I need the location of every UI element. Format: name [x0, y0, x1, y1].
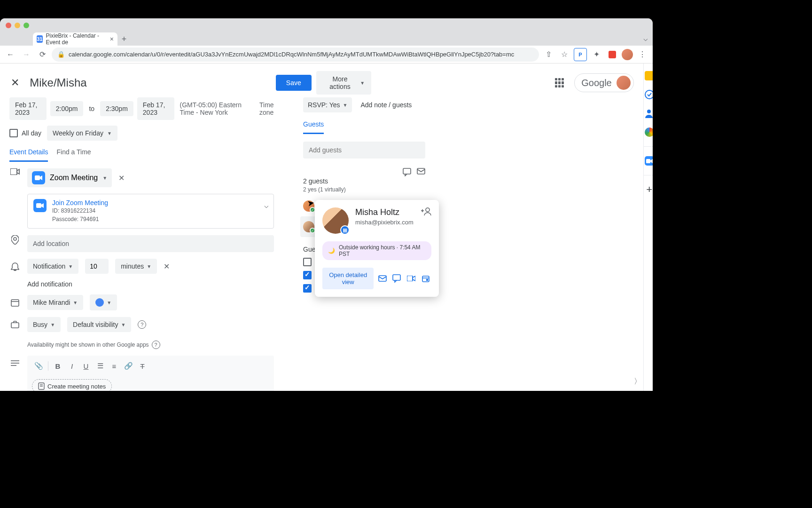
attach-icon[interactable]: 📎 — [32, 359, 45, 373]
traffic-light-zoom[interactable] — [23, 23, 29, 28]
start-date-chip[interactable]: Feb 17, 2023 — [9, 97, 47, 120]
invite-others-checkbox[interactable] — [303, 271, 312, 279]
open-detailed-view-button[interactable]: Open detailed view — [322, 268, 374, 289]
svg-rect-3 — [11, 300, 19, 306]
help-icon[interactable]: ? — [152, 341, 160, 349]
reload-button[interactable]: ⟳ — [36, 48, 49, 61]
add-panel-icon[interactable]: + — [645, 185, 653, 194]
zoom-panel-icon[interactable] — [645, 156, 653, 166]
see-guest-list-checkbox[interactable] — [303, 284, 312, 293]
tabstrip-chevron-icon[interactable]: ⌵ — [639, 31, 653, 46]
contacts-icon[interactable] — [645, 109, 653, 118]
expand-zoom-icon[interactable]: ⌵ — [264, 201, 269, 210]
close-event-button[interactable]: ✕ — [9, 77, 20, 89]
zoom-id-label: ID: 83916222134 — [52, 206, 108, 215]
back-button[interactable]: ← — [4, 48, 17, 61]
add-guests-input[interactable] — [303, 142, 425, 159]
svg-point-26 — [647, 110, 651, 113]
chevron-down-icon: ▼ — [102, 175, 107, 181]
event-title-input[interactable] — [30, 76, 266, 90]
keep-icon[interactable] — [645, 71, 653, 80]
location-input[interactable] — [27, 235, 274, 252]
numbered-list-icon[interactable]: ☰ — [94, 359, 107, 373]
send-email-icon[interactable] — [376, 271, 388, 286]
browser-menu-icon[interactable]: ⋮ — [636, 48, 649, 61]
start-time-chip[interactable]: 2:00pm — [50, 101, 84, 116]
svg-rect-1 — [35, 175, 40, 180]
svg-rect-27 — [646, 159, 650, 163]
start-video-call-icon[interactable] — [406, 271, 417, 286]
calendar-owner-select[interactable]: Mike Mirandi▼ — [27, 295, 83, 310]
zoom-icon — [33, 199, 47, 212]
underline-icon[interactable]: U — [79, 359, 93, 373]
join-zoom-link[interactable]: Join Zoom Meeting — [52, 199, 108, 206]
clear-format-icon[interactable]: T — [136, 359, 149, 373]
maps-icon[interactable] — [645, 127, 653, 137]
notification-type-select[interactable]: Notification▼ — [27, 259, 78, 274]
add-contact-icon[interactable] — [421, 207, 431, 216]
bold-icon[interactable]: B — [51, 359, 64, 373]
guests-heading: Guests — [303, 120, 324, 134]
zoom-meeting-chip[interactable]: Zoom Meeting ▼ — [27, 168, 112, 187]
chat-icon[interactable] — [403, 168, 411, 176]
tasks-icon[interactable] — [645, 90, 653, 99]
google-account-chip[interactable]: Google — [574, 73, 634, 92]
extension-icon-1[interactable]: P — [574, 48, 587, 61]
google-apps-icon[interactable] — [554, 77, 565, 88]
end-date-chip[interactable]: Feb 17, 2023 — [137, 97, 174, 120]
extensions-icon[interactable]: ✦ — [590, 48, 603, 61]
add-note-link[interactable]: Add note / guests — [359, 97, 414, 112]
save-button[interactable]: Save — [276, 75, 312, 91]
profile-avatar[interactable] — [622, 49, 633, 60]
visibility-select[interactable]: Default visibility▼ — [67, 317, 131, 332]
send-message-icon[interactable] — [391, 271, 403, 286]
all-day-label: All day — [22, 126, 43, 141]
notification-unit-select[interactable]: minutes▼ — [115, 259, 157, 274]
recurrence-chip[interactable]: Weekly on Friday▼ — [47, 126, 117, 141]
url-bar[interactable]: 🔒 calendar.google.com/calendar/u/0/r/eve… — [52, 48, 539, 62]
tab-find-a-time[interactable]: Find a Time — [56, 148, 91, 162]
availability-select[interactable]: Busy▼ — [27, 317, 61, 332]
tab-event-details[interactable]: Event Details — [9, 148, 48, 162]
tab-title: PixieBrix - Calendar - Event de — [46, 32, 107, 46]
description-editor[interactable]: 📎 B I U ☰ ≡ 🔗 T — [27, 356, 274, 391]
calendar-favicon: 31 — [37, 35, 43, 43]
side-panel-toggle[interactable]: 〉 — [632, 376, 643, 387]
traffic-light-minimize[interactable] — [15, 23, 20, 28]
svg-rect-19 — [379, 276, 386, 281]
guest-avatar: ✓ — [303, 221, 314, 232]
all-day-checkbox[interactable] — [9, 129, 18, 137]
bulleted-list-icon[interactable]: ≡ — [108, 359, 121, 373]
remove-notification-button[interactable]: ✕ — [164, 262, 170, 271]
star-icon[interactable]: ☆ — [558, 48, 571, 61]
extension-icon-2[interactable] — [606, 48, 619, 61]
rsvp-select[interactable]: RSVP: Yes▼ — [303, 97, 352, 112]
meeting-notes-label: Create meeting notes — [47, 383, 106, 390]
event-color-select[interactable]: ▼ — [90, 294, 117, 310]
traffic-light-close[interactable] — [6, 23, 11, 28]
italic-icon[interactable]: I — [65, 359, 78, 373]
browser-tabstrip: 31 PixieBrix - Calendar - Event de × + ⌵ — [0, 32, 653, 46]
google-logo-text: Google — [581, 78, 612, 88]
timezone-link[interactable]: Time zone — [259, 101, 280, 116]
contact-name: Misha Holtz — [355, 207, 414, 217]
new-tab-button[interactable]: + — [117, 32, 131, 46]
add-notification-link[interactable]: Add notification — [27, 280, 72, 288]
end-time-chip[interactable]: 2:30pm — [100, 101, 133, 116]
email-icon[interactable] — [417, 168, 425, 176]
help-icon[interactable]: ? — [138, 320, 146, 329]
browser-tab[interactable]: 31 PixieBrix - Calendar - Event de × — [33, 32, 117, 46]
url-text: calendar.google.com/calendar/u/0/r/event… — [69, 51, 514, 58]
create-meeting-notes-button[interactable]: Create meeting notes — [32, 379, 112, 391]
window-titlebar — [0, 18, 653, 32]
notification-value-input[interactable] — [85, 259, 109, 274]
guest-subcount-label: 2 yes (1 virtually) — [303, 186, 346, 193]
remove-conference-button[interactable]: ✕ — [118, 174, 125, 183]
forward-button[interactable]: → — [20, 48, 33, 61]
more-actions-button[interactable]: More actions▼ — [316, 71, 371, 95]
close-tab-icon[interactable]: × — [110, 35, 114, 43]
link-icon[interactable]: 🔗 — [122, 359, 135, 373]
modify-event-checkbox[interactable] — [303, 258, 312, 266]
share-icon[interactable]: ⇧ — [542, 48, 555, 61]
schedule-event-icon[interactable] — [420, 271, 431, 286]
